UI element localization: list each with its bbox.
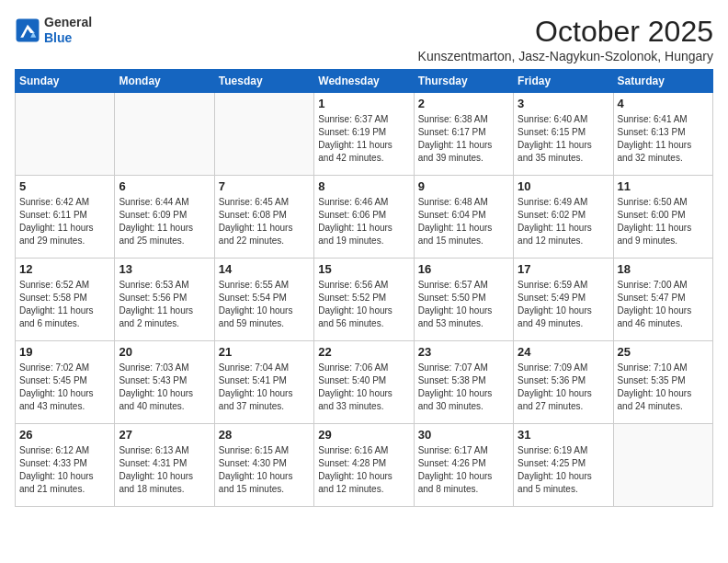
day-number: 30 — [418, 428, 509, 442]
calendar-cell: 29Sunrise: 6:16 AM Sunset: 4:28 PM Dayli… — [314, 424, 414, 507]
calendar-cell: 2Sunrise: 6:38 AM Sunset: 6:17 PM Daylig… — [414, 93, 513, 176]
day-info: Sunrise: 6:46 AM Sunset: 6:06 PM Dayligh… — [318, 196, 409, 247]
day-number: 23 — [418, 345, 509, 359]
day-info: Sunrise: 6:13 AM Sunset: 4:31 PM Dayligh… — [119, 444, 210, 496]
title-block: October 2025 Kunszentmarton, Jasz-Nagyku… — [418, 15, 713, 63]
day-info: Sunrise: 6:49 AM Sunset: 6:02 PM Dayligh… — [518, 196, 609, 247]
svg-rect-0 — [17, 18, 40, 41]
calendar-body: 1Sunrise: 6:37 AM Sunset: 6:19 PM Daylig… — [16, 93, 713, 507]
day-number: 15 — [318, 262, 409, 276]
calendar-cell: 16Sunrise: 6:57 AM Sunset: 5:50 PM Dayli… — [414, 259, 513, 341]
calendar-cell: 28Sunrise: 6:15 AM Sunset: 4:30 PM Dayli… — [214, 424, 313, 507]
day-number: 7 — [219, 179, 310, 193]
location-subtitle: Kunszentmarton, Jasz-Nagykun-Szolonok, H… — [418, 49, 713, 63]
day-info: Sunrise: 6:48 AM Sunset: 6:04 PM Dayligh… — [418, 196, 509, 247]
month-title: October 2025 — [418, 15, 713, 49]
calendar-cell: 20Sunrise: 7:03 AM Sunset: 5:43 PM Dayli… — [115, 341, 214, 424]
day-info: Sunrise: 7:00 AM Sunset: 5:47 PM Dayligh… — [618, 279, 709, 330]
day-info: Sunrise: 7:10 AM Sunset: 5:35 PM Dayligh… — [618, 362, 709, 413]
day-info: Sunrise: 6:40 AM Sunset: 6:15 PM Dayligh… — [518, 113, 609, 165]
calendar-cell: 5Sunrise: 6:42 AM Sunset: 6:11 PM Daylig… — [16, 176, 115, 259]
calendar-cell — [115, 93, 214, 176]
day-info: Sunrise: 6:17 AM Sunset: 4:26 PM Dayligh… — [418, 444, 509, 496]
day-number: 6 — [119, 179, 210, 193]
week-row-4: 19Sunrise: 7:02 AM Sunset: 5:45 PM Dayli… — [16, 341, 713, 424]
calendar-cell — [16, 93, 115, 176]
day-number: 22 — [318, 345, 409, 359]
day-info: Sunrise: 7:04 AM Sunset: 5:41 PM Dayligh… — [219, 362, 310, 413]
day-info: Sunrise: 6:53 AM Sunset: 5:56 PM Dayligh… — [119, 279, 210, 330]
day-info: Sunrise: 6:42 AM Sunset: 6:11 PM Dayligh… — [19, 196, 110, 247]
day-info: Sunrise: 6:55 AM Sunset: 5:54 PM Dayligh… — [219, 279, 310, 330]
calendar-cell: 22Sunrise: 7:06 AM Sunset: 5:40 PM Dayli… — [314, 341, 414, 424]
calendar-table: SundayMondayTuesdayWednesdayThursdayFrid… — [15, 69, 713, 507]
day-number: 25 — [618, 345, 709, 359]
calendar-cell: 3Sunrise: 6:40 AM Sunset: 6:15 PM Daylig… — [514, 93, 613, 176]
day-number: 9 — [418, 179, 509, 193]
day-number: 3 — [518, 97, 609, 110]
day-number: 11 — [618, 179, 709, 193]
day-info: Sunrise: 6:57 AM Sunset: 5:50 PM Dayligh… — [418, 279, 509, 330]
calendar-cell: 26Sunrise: 6:12 AM Sunset: 4:33 PM Dayli… — [16, 424, 115, 507]
calendar-cell: 18Sunrise: 7:00 AM Sunset: 5:47 PM Dayli… — [613, 259, 712, 341]
calendar-cell: 30Sunrise: 6:17 AM Sunset: 4:26 PM Dayli… — [414, 424, 513, 507]
calendar-cell — [214, 93, 313, 176]
day-number: 10 — [518, 179, 609, 193]
page-header: General Blue October 2025 Kunszentmarton… — [15, 15, 713, 63]
logo-icon — [15, 17, 40, 43]
calendar-cell: 24Sunrise: 7:09 AM Sunset: 5:36 PM Dayli… — [514, 341, 613, 424]
week-row-2: 5Sunrise: 6:42 AM Sunset: 6:11 PM Daylig… — [16, 176, 713, 259]
calendar-cell: 6Sunrise: 6:44 AM Sunset: 6:09 PM Daylig… — [115, 176, 214, 259]
calendar-cell: 4Sunrise: 6:41 AM Sunset: 6:13 PM Daylig… — [613, 93, 712, 176]
calendar-cell: 23Sunrise: 7:07 AM Sunset: 5:38 PM Dayli… — [414, 341, 513, 424]
calendar-cell: 1Sunrise: 6:37 AM Sunset: 6:19 PM Daylig… — [314, 93, 414, 176]
day-number: 1 — [318, 97, 409, 110]
logo-text: General Blue — [44, 15, 92, 46]
day-number: 17 — [518, 262, 609, 276]
week-row-3: 12Sunrise: 6:52 AM Sunset: 5:58 PM Dayli… — [16, 259, 713, 341]
day-number: 13 — [119, 262, 210, 276]
day-number: 27 — [119, 428, 210, 442]
day-info: Sunrise: 6:15 AM Sunset: 4:30 PM Dayligh… — [219, 444, 310, 496]
day-number: 4 — [618, 97, 709, 110]
day-number: 14 — [219, 262, 310, 276]
day-info: Sunrise: 7:02 AM Sunset: 5:45 PM Dayligh… — [19, 362, 110, 413]
day-info: Sunrise: 7:06 AM Sunset: 5:40 PM Dayligh… — [318, 362, 409, 413]
day-number: 28 — [219, 428, 310, 442]
day-number: 29 — [318, 428, 409, 442]
day-info: Sunrise: 6:16 AM Sunset: 4:28 PM Dayligh… — [318, 444, 409, 496]
day-info: Sunrise: 6:38 AM Sunset: 6:17 PM Dayligh… — [418, 113, 509, 165]
day-number: 16 — [418, 262, 509, 276]
day-number: 21 — [219, 345, 310, 359]
day-number: 12 — [19, 262, 110, 276]
calendar-cell: 27Sunrise: 6:13 AM Sunset: 4:31 PM Dayli… — [115, 424, 214, 507]
day-number: 20 — [119, 345, 210, 359]
day-number: 5 — [19, 179, 110, 193]
calendar-cell: 11Sunrise: 6:50 AM Sunset: 6:00 PM Dayli… — [613, 176, 712, 259]
day-info: Sunrise: 6:56 AM Sunset: 5:52 PM Dayligh… — [318, 279, 409, 330]
day-info: Sunrise: 6:59 AM Sunset: 5:49 PM Dayligh… — [518, 279, 609, 330]
day-info: Sunrise: 7:09 AM Sunset: 5:36 PM Dayligh… — [518, 362, 609, 413]
day-info: Sunrise: 6:19 AM Sunset: 4:25 PM Dayligh… — [518, 444, 609, 496]
weekday-header-tuesday: Tuesday — [214, 70, 313, 93]
calendar-cell: 13Sunrise: 6:53 AM Sunset: 5:56 PM Dayli… — [115, 259, 214, 341]
day-info: Sunrise: 6:37 AM Sunset: 6:19 PM Dayligh… — [318, 113, 409, 165]
week-row-5: 26Sunrise: 6:12 AM Sunset: 4:33 PM Dayli… — [16, 424, 713, 507]
logo: General Blue — [15, 15, 92, 46]
weekday-header-sunday: Sunday — [16, 70, 115, 93]
calendar-cell: 17Sunrise: 6:59 AM Sunset: 5:49 PM Dayli… — [514, 259, 613, 341]
weekday-header-thursday: Thursday — [414, 70, 513, 93]
day-info: Sunrise: 6:50 AM Sunset: 6:00 PM Dayligh… — [618, 196, 709, 247]
week-row-1: 1Sunrise: 6:37 AM Sunset: 6:19 PM Daylig… — [16, 93, 713, 176]
calendar-cell — [613, 424, 712, 507]
day-number: 26 — [19, 428, 110, 442]
calendar-cell: 15Sunrise: 6:56 AM Sunset: 5:52 PM Dayli… — [314, 259, 414, 341]
calendar-cell: 9Sunrise: 6:48 AM Sunset: 6:04 PM Daylig… — [414, 176, 513, 259]
calendar-cell: 7Sunrise: 6:45 AM Sunset: 6:08 PM Daylig… — [214, 176, 313, 259]
day-info: Sunrise: 6:45 AM Sunset: 6:08 PM Dayligh… — [219, 196, 310, 247]
day-info: Sunrise: 6:44 AM Sunset: 6:09 PM Dayligh… — [119, 196, 210, 247]
weekday-header-monday: Monday — [115, 70, 214, 93]
day-number: 2 — [418, 97, 509, 110]
weekday-header-friday: Friday — [514, 70, 613, 93]
day-number: 8 — [318, 179, 409, 193]
